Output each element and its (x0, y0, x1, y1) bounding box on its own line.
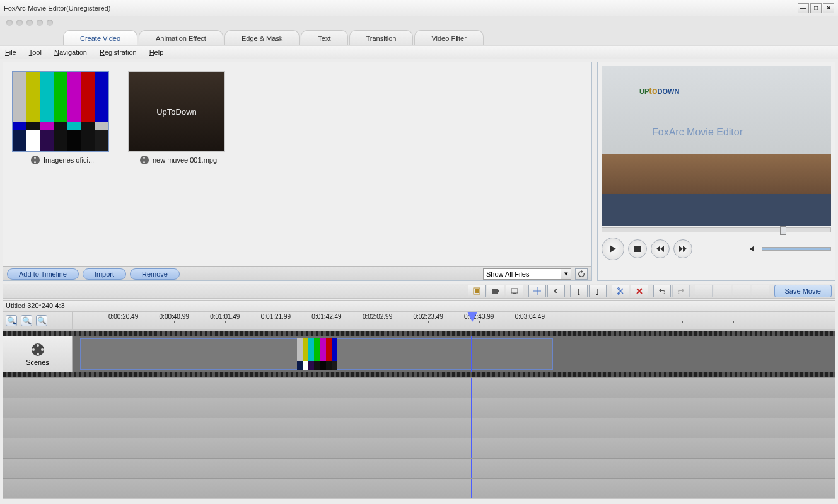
media-item[interactable]: Imagenes ofici... (12, 71, 113, 164)
tool-film-button[interactable] (468, 285, 486, 297)
x-icon (636, 288, 643, 294)
scenes-track: Scenes (3, 336, 835, 372)
tab-edge-mask[interactable]: Edge & Mask (224, 30, 300, 45)
forward-button[interactable] (673, 239, 692, 258)
tool-mark-in-button[interactable]: [ (570, 285, 588, 297)
timeline-ruler[interactable]: 0:00:20.49 0:00:40.99 0:01:01.49 0:01:21… (73, 312, 835, 329)
timeline: Scenes (3, 330, 835, 499)
film-icon (473, 287, 480, 295)
chevron-down-icon: ▾ (561, 269, 571, 279)
menu-tool[interactable]: Tool (29, 49, 42, 56)
zoom-controls: 🔍+ 🔍− 🔍 (3, 312, 73, 329)
menu-help[interactable]: Help (149, 49, 164, 56)
refresh-icon (578, 270, 585, 278)
tool-redo-button (672, 285, 690, 297)
tool-link-button[interactable] (547, 285, 565, 297)
preview-watermark: FoxArc Movie Editor (652, 127, 743, 138)
remove-button[interactable]: Remove (130, 268, 180, 280)
svg-rect-4 (511, 289, 518, 293)
import-button[interactable]: Import (83, 268, 126, 280)
stop-icon (634, 246, 641, 252)
preview-video[interactable]: UPtoDOWN FoxArc Movie Editor (602, 66, 831, 226)
empty-track-row[interactable] (3, 458, 835, 478)
ruler-tick: 0:01:01.49 (210, 313, 240, 320)
tab-video-filter[interactable]: Video Filter (414, 30, 483, 45)
add-to-timeline-button[interactable]: Add to Timeline (7, 268, 79, 280)
snap-icon (533, 287, 541, 295)
media-item-label: Imagenes ofici... (44, 156, 94, 164)
undo-icon (658, 288, 666, 294)
menu-file[interactable]: File (5, 49, 16, 56)
media-thumbnail[interactable]: UpToDown (128, 71, 225, 152)
tab-animation-effect[interactable]: Animation Effect (139, 30, 223, 45)
svg-point-9 (37, 344, 39, 346)
filter-select[interactable]: Show All Files ▾ (483, 268, 571, 280)
menu-navigation[interactable]: Navigation (54, 49, 87, 56)
tab-create-video[interactable]: Create Video (63, 30, 137, 45)
tab-transition[interactable]: Transition (349, 30, 414, 45)
dot-icon (6, 20, 13, 26)
menu-registration[interactable]: Registration (100, 49, 137, 56)
reel-icon (30, 342, 45, 357)
zoom-out-button[interactable]: 🔍− (21, 315, 32, 326)
tool-disabled-1 (695, 285, 713, 297)
empty-track-row[interactable] (3, 377, 835, 398)
bracket-left-icon: [ (578, 287, 580, 295)
tab-text[interactable]: Text (301, 30, 347, 45)
preview-controls (602, 238, 831, 260)
track-header[interactable]: Scenes (3, 336, 73, 372)
zoom-fit-button[interactable]: 🔍 (36, 315, 47, 326)
rewind-button[interactable] (651, 239, 670, 258)
preview-seek-slider[interactable] (602, 227, 831, 232)
media-list[interactable]: Imagenes ofici... UpToDown new muvee 001… (3, 62, 591, 266)
ruler-tick: 0:03:04.49 (515, 313, 545, 320)
film-strip-decor (3, 331, 835, 336)
project-title-bar: Utitled 320*240 4:3 (3, 300, 835, 311)
tool-delete-button[interactable] (631, 285, 648, 297)
maximize-button[interactable]: □ (810, 3, 822, 13)
ruler-tick: 0:01:21.99 (261, 313, 291, 320)
filter-select-value: Show All Files (486, 270, 529, 278)
media-item[interactable]: UpToDown new muvee 001.mpg (128, 71, 229, 164)
save-movie-button[interactable]: Save Movie (774, 285, 832, 297)
zoom-in-button[interactable]: 🔍+ (6, 315, 17, 326)
media-thumbnail[interactable] (12, 71, 109, 152)
tool-disabled-2 (714, 285, 731, 297)
preview-panel: UPtoDOWN FoxArc Movie Editor (597, 62, 835, 281)
seek-knob[interactable] (780, 226, 786, 235)
refresh-button[interactable] (575, 268, 588, 280)
ruler-tick: 0:00:40.99 (160, 313, 189, 320)
minimize-button[interactable]: — (798, 3, 809, 13)
ruler-tick: 0:02:02.99 (363, 313, 392, 320)
stop-button[interactable] (628, 239, 647, 258)
play-button[interactable] (602, 238, 624, 260)
menu-bar: File Tool Navigation Registration Help (0, 45, 838, 59)
tool-cut-button[interactable] (612, 285, 629, 297)
tool-snap-button[interactable] (528, 285, 546, 297)
close-button[interactable]: ✕ (823, 3, 834, 13)
title-bar: FoxArc Movie Editor(Unregistered) — □ ✕ (0, 0, 838, 16)
monitor-icon (511, 288, 518, 294)
media-item-label: new muvee 001.mpg (153, 156, 217, 164)
tool-camera-button[interactable] (487, 285, 504, 297)
tool-mark-out-button[interactable]: ] (589, 285, 607, 297)
empty-track-row[interactable] (3, 478, 835, 498)
forward-icon (679, 246, 687, 252)
bracket-right-icon: ] (596, 287, 599, 295)
empty-track-row[interactable] (3, 398, 835, 418)
dot-icon (47, 20, 53, 26)
timeline-toolbar: [ ] Save Movie (3, 284, 835, 299)
tool-disabled-4 (752, 285, 769, 297)
track-body[interactable] (73, 336, 835, 372)
svg-rect-0 (634, 246, 641, 252)
volume-slider[interactable] (762, 247, 831, 251)
empty-track-row[interactable] (3, 418, 835, 438)
tool-undo-button[interactable] (653, 285, 671, 297)
tool-monitor-button[interactable] (506, 285, 523, 297)
empty-track-row[interactable] (3, 438, 835, 458)
volume-icon (749, 245, 758, 253)
thumb-text: UpToDown (129, 72, 224, 151)
playhead-line[interactable] (471, 336, 472, 372)
decorative-dots (0, 16, 838, 29)
dot-icon (16, 20, 23, 26)
